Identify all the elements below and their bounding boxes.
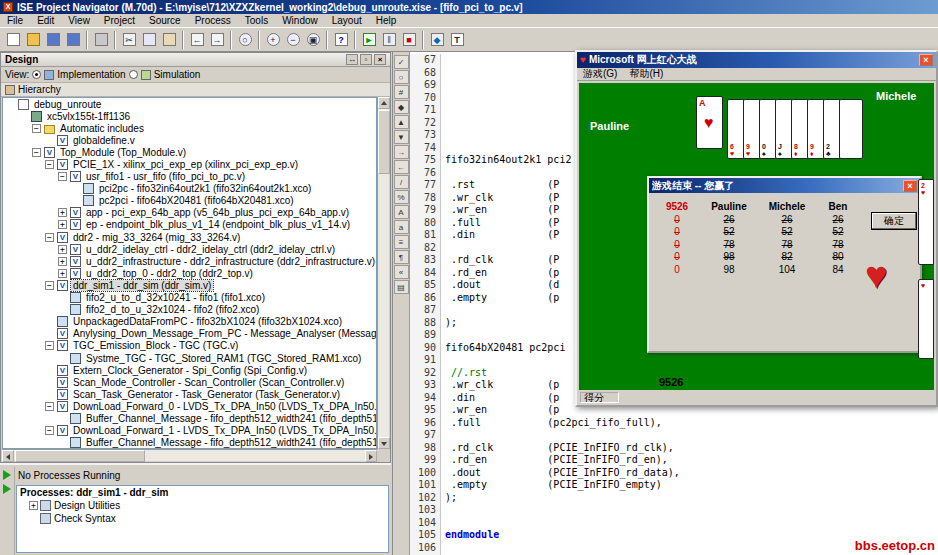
lowercase-icon[interactable]: a <box>394 220 409 234</box>
open-project-icon[interactable] <box>23 30 43 50</box>
save-icon[interactable] <box>43 30 63 50</box>
card[interactable]: 2♥ <box>918 179 934 265</box>
collapse-icon[interactable]: − <box>45 402 54 411</box>
next-bookmark-icon[interactable]: ▼ <box>394 130 409 144</box>
ok-button[interactable]: 确定 <box>871 212 917 230</box>
dock-icon[interactable]: ↔ <box>346 54 358 65</box>
prev-bookmark-icon[interactable]: ▲ <box>394 115 409 129</box>
hierarchy-item[interactable]: VExtern_Clock_Generator - Spi_Config (Sp… <box>3 364 376 376</box>
scroll-down-icon[interactable] <box>378 437 390 449</box>
check-syntax-icon[interactable]: ✓ <box>394 55 409 69</box>
menu-source[interactable]: Source <box>142 15 188 26</box>
stop-icon[interactable]: ■ <box>399 30 419 50</box>
tree-vertical-scrollbar[interactable] <box>377 97 389 449</box>
menu-project[interactable]: Project <box>97 15 142 26</box>
scroll-left-icon[interactable] <box>2 450 14 462</box>
hierarchy-item[interactable]: −Vusr_fifo1 - usr_fifo (fifo_pci_to_pc.v… <box>3 171 376 183</box>
expand-icon[interactable]: + <box>58 269 67 278</box>
game-close-icon[interactable]: × <box>919 54 933 66</box>
paste-icon[interactable] <box>159 30 179 50</box>
implementation-radio[interactable] <box>32 70 41 79</box>
hierarchy-item[interactable]: fifo2_u_to_d_32x10241 - fifo1 (fifo1.xco… <box>3 292 376 304</box>
indent-icon[interactable]: → <box>394 145 409 159</box>
print-icon[interactable] <box>91 30 111 50</box>
language-template-icon[interactable]: T <box>447 30 467 50</box>
collapse-icon[interactable]: − <box>45 281 54 290</box>
process-item[interactable]: +Design Utilities <box>17 499 388 512</box>
process-item[interactable]: Check Syntax <box>17 512 388 525</box>
zoom-in-icon[interactable]: + <box>263 30 283 50</box>
print-file-icon[interactable]: ▤ <box>394 280 409 294</box>
word-wrap-icon[interactable]: ¶ <box>394 250 409 264</box>
help-icon[interactable]: ? <box>331 30 351 50</box>
bookmark-icon[interactable]: ◆ <box>394 100 409 114</box>
hierarchy-item[interactable]: VScan_Task_Generator - Task_Generator (T… <box>3 388 376 400</box>
expand-icon[interactable]: + <box>58 220 67 229</box>
hierarchy-item[interactable]: pci2pc - fifo32in64out2k1 (fifo32in64out… <box>3 183 376 195</box>
card[interactable]: ♥ <box>918 279 934 359</box>
hierarchy-item[interactable]: pc2pci - fifo64bX20481 (fifo64bX20481.xc… <box>3 195 376 207</box>
hierarchy-item[interactable]: Systme_TGC - TGC_Stored_RAM1 (TGC_Stored… <box>3 352 376 364</box>
hierarchy-item[interactable]: Buffer_Channel_Message - fifo_depth512_w… <box>3 412 376 424</box>
collapse-icon[interactable]: − <box>45 426 54 435</box>
find-icon[interactable]: ○ <box>394 70 409 84</box>
zoom-out-icon[interactable]: − <box>283 30 303 50</box>
hierarchy-item[interactable]: +Vapp - pci_exp_64b_app (v5_64b_plus_pci… <box>3 207 376 219</box>
simulation-radio[interactable] <box>129 70 138 79</box>
hierarchy-item[interactable]: Buffer_Channel_Message - fifo_depth512_w… <box>3 437 376 449</box>
hierarchy-item[interactable]: VScan_Mode_Controller - Scan_Controller … <box>3 376 376 388</box>
cut-icon[interactable]: ✂ <box>119 30 139 50</box>
close-icon[interactable]: × <box>374 54 386 65</box>
menu-help[interactable]: Help <box>369 15 404 26</box>
redo-icon[interactable]: → <box>207 30 227 50</box>
hierarchy-item[interactable]: +Vu_ddr2_idelay_ctrl - ddr2_idelay_ctrl … <box>3 243 376 255</box>
expand-icon[interactable]: + <box>58 245 67 254</box>
hierarchy-item[interactable]: +Vep - endpoint_blk_plus_v1_14 (endpoint… <box>3 219 376 231</box>
hierarchy-item[interactable]: VAnylysing_Down_Message_From_PC - Messag… <box>3 328 376 340</box>
collapse-icon[interactable]: − <box>32 148 41 157</box>
copy-icon[interactable] <box>139 30 159 50</box>
hierarchy-item[interactable]: +Vu_ddr2_top_0 - ddr2_top (ddr2_top.v) <box>3 267 376 279</box>
uppercase-icon[interactable]: A <box>394 205 409 219</box>
menu-file[interactable]: File <box>0 15 30 26</box>
menu-tools[interactable]: Tools <box>238 15 275 26</box>
comment-icon[interactable]: / <box>394 175 409 189</box>
refresh-icon[interactable]: « <box>394 265 409 279</box>
collapse-icon[interactable]: − <box>32 124 41 133</box>
collapse-icon[interactable]: − <box>45 160 54 169</box>
scroll-up-icon[interactable] <box>378 97 390 109</box>
code-line[interactable]: .dout (PCIE_InFIFO_rd_data), <box>445 467 938 480</box>
code-line[interactable]: ); <box>445 492 938 505</box>
code-line[interactable] <box>445 517 938 530</box>
expand-icon[interactable]: + <box>29 501 38 510</box>
float-icon[interactable]: ▫ <box>360 54 372 65</box>
rerun-process-icon[interactable] <box>3 484 11 494</box>
code-line[interactable]: .rd_clk (PCIE_InFIFO_rd_clk), <box>445 442 938 455</box>
expand-icon[interactable]: + <box>58 208 67 217</box>
uncomment-icon[interactable]: % <box>394 190 409 204</box>
code-line[interactable] <box>445 429 938 442</box>
collapse-icon[interactable]: − <box>45 233 54 242</box>
vertical-scroll-thumb[interactable] <box>378 110 390 174</box>
run-process-icon[interactable] <box>3 470 11 480</box>
zoom-full-icon[interactable]: ▣ <box>303 30 323 50</box>
hierarchy-item[interactable]: debug_unroute <box>3 98 376 110</box>
run-icon[interactable]: ► <box>359 30 379 50</box>
hierarchy-item[interactable]: −VTGC_Emission_Block - TGC (TGC.v) <box>3 340 376 352</box>
collapse-icon[interactable]: − <box>45 341 54 350</box>
ace-of-hearts-card[interactable]: A ♥ <box>696 96 723 149</box>
menu-view[interactable]: View <box>61 15 97 26</box>
hierarchy-item[interactable]: −Vddr_sim1 - ddr_sim (ddr_sim.v) <box>3 279 376 291</box>
hierarchy-item[interactable]: fifo2_d_to_u_32x1024 - fifo2 (fifo2.xco) <box>3 304 376 316</box>
scroll-right-icon[interactable] <box>365 450 377 462</box>
hierarchy-tree[interactable]: debug_unroutexc5vlx155t-1ff1136−Automati… <box>2 97 377 449</box>
column-mode-icon[interactable]: ≡ <box>394 235 409 249</box>
dialog-close-icon[interactable]: × <box>903 180 917 192</box>
save-all-icon[interactable] <box>63 30 83 50</box>
tree-horizontal-scrollbar[interactable] <box>2 449 377 461</box>
collapse-icon[interactable]: − <box>58 172 67 181</box>
menu-window[interactable]: Window <box>275 15 325 26</box>
hierarchy-item[interactable]: Vglobaldefine.v <box>3 134 376 146</box>
hierarchy-item[interactable]: UnpackagedDataFromPC - fifo32bX1024 (fif… <box>3 316 376 328</box>
hierarchy-item[interactable]: −Automatic includes <box>3 122 376 134</box>
